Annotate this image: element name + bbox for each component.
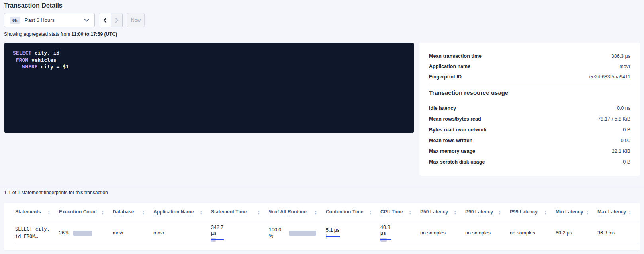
sort-icon[interactable]: ▲▼ xyxy=(142,210,145,215)
meta-value: 0.00 xyxy=(621,138,630,143)
max-latency-cell: 36.3 ms xyxy=(597,230,640,236)
column-header-max-latency[interactable]: Max Latency▲▼ xyxy=(597,209,640,216)
meta-value: 0 B xyxy=(623,159,630,165)
meta-row: Max scratch disk usage 0 B xyxy=(429,156,630,167)
p50-latency-cell: no samples xyxy=(420,230,465,236)
page-title: Transaction Details xyxy=(4,2,63,9)
sql-line: WHERE city = $1 xyxy=(13,63,405,70)
application-name-cell: movr xyxy=(153,230,211,236)
column-header-cpu-time[interactable]: CPU Time▲▼ xyxy=(380,209,420,216)
statement-row: SELECT city, id FROM… 263k movr movr 342… xyxy=(15,222,640,244)
sql-text: vehicles xyxy=(28,57,56,63)
sql-indent xyxy=(13,64,22,70)
chevron-down-icon xyxy=(84,19,89,22)
meta-row: Max memory usage 22.1 KiB xyxy=(429,146,630,156)
meta-row: Idle latency 0.0 ns xyxy=(429,103,630,113)
sql-line: SELECT city, id xyxy=(13,49,405,57)
percent-runtime-cell: 100.0 % xyxy=(269,227,326,239)
time-range-badge: 6h xyxy=(10,17,20,24)
column-header-percent-runtime[interactable]: % of All Runtime▲▼ xyxy=(269,209,326,216)
section-divider xyxy=(0,186,644,186)
meta-value: 0 B xyxy=(623,127,630,133)
cpu-time-value: 40.8 µs xyxy=(380,225,395,236)
cpu-time-cell: 40.8 µs xyxy=(380,225,420,242)
execution-count-value: 263k xyxy=(59,230,70,236)
sort-icon[interactable]: ▲▼ xyxy=(48,210,50,215)
resource-usage-heading: Transaction resource usage xyxy=(429,89,630,96)
cpu-time-bar xyxy=(380,238,399,242)
time-range-select[interactable]: 6h Past 6 Hours xyxy=(4,13,95,27)
meta-row: Mean transaction time 386.3 µs xyxy=(429,51,630,61)
prev-range-button[interactable] xyxy=(99,13,111,27)
statements-table-header: Statements▲▼ Execution Count▲▼ Database▲… xyxy=(15,203,640,222)
p99-latency-cell: no samples xyxy=(510,230,556,236)
transaction-details-page: Transaction Details 6h Past 6 Hours Now … xyxy=(0,0,644,254)
percent-runtime-value: 100.0 % xyxy=(269,227,286,239)
meta-label: Fingerprint ID xyxy=(429,74,462,80)
column-header-execution-count[interactable]: Execution Count▲▼ xyxy=(59,209,113,216)
sql-statement-box: SELECT city, id FROM vehicles WHERE city… xyxy=(4,43,414,133)
card-divider xyxy=(429,86,630,86)
statements-table-card: Statements▲▼ Execution Count▲▼ Database▲… xyxy=(4,203,640,250)
column-header-application-name[interactable]: Application Name▲▼ xyxy=(153,209,211,216)
min-latency-cell: 60.2 µs xyxy=(556,230,597,236)
execution-count-bar xyxy=(73,231,92,236)
meta-row: Fingerprint ID ee2df683f5aa9411 xyxy=(429,72,630,82)
column-header-p99-latency[interactable]: P99 Latency▲▼ xyxy=(510,209,556,216)
chevron-right-icon xyxy=(115,18,119,23)
sort-icon[interactable]: ▲▼ xyxy=(102,210,104,215)
statement-fingerprint-link[interactable]: SELECT city, id FROM… xyxy=(15,225,55,240)
p90-latency-cell: no samples xyxy=(465,230,510,236)
sort-icon[interactable]: ▲▼ xyxy=(369,210,372,215)
time-controls: 6h Past 6 Hours Now xyxy=(4,13,145,27)
meta-label: Mean rows/bytes read xyxy=(429,116,481,122)
sql-keyword: WHERE xyxy=(22,64,37,70)
database-cell: movr xyxy=(113,230,153,236)
meta-label: Max scratch disk usage xyxy=(429,159,485,165)
sort-icon[interactable]: ▲▼ xyxy=(315,210,317,215)
sort-icon[interactable]: ▲▼ xyxy=(586,210,589,215)
meta-row: Mean rows written 0.00 xyxy=(429,135,630,146)
column-header-database[interactable]: Database▲▼ xyxy=(113,209,153,216)
chevron-left-icon xyxy=(103,18,107,23)
sql-keyword: SELECT xyxy=(13,50,31,56)
column-header-min-latency[interactable]: Min Latency▲▼ xyxy=(556,209,597,216)
column-header-p90-latency[interactable]: P90 Latency▲▼ xyxy=(465,209,510,216)
statement-time-value: 342.7 µs xyxy=(211,225,226,236)
sort-icon[interactable]: ▲▼ xyxy=(409,210,411,215)
sql-line: FROM vehicles xyxy=(13,57,405,64)
sort-icon[interactable]: ▲▼ xyxy=(454,210,456,215)
meta-row: Mean rows/bytes read 78.17 / 5.8 KiB xyxy=(429,113,630,124)
statement-time-cell: 342.7 µs xyxy=(211,225,269,242)
meta-label: Idle latency xyxy=(429,106,456,111)
meta-value: 22.1 KiB xyxy=(612,148,630,154)
meta-label: Mean transaction time xyxy=(429,53,482,59)
sort-icon[interactable]: ▲▼ xyxy=(629,210,631,215)
sql-text: city = $1 xyxy=(38,64,69,70)
time-range-label: Past 6 Hours xyxy=(25,17,55,23)
column-header-statement-time[interactable]: Statement Time▲▼ xyxy=(211,209,269,216)
column-header-p50-latency[interactable]: P50 Latency▲▼ xyxy=(420,209,465,216)
statements-caption: 1-1 of 1 statement fingerprints for this… xyxy=(4,190,108,195)
meta-label: Mean rows written xyxy=(429,138,472,143)
meta-row: Application name movr xyxy=(429,61,630,72)
sort-icon[interactable]: ▲▼ xyxy=(499,210,501,215)
sql-indent xyxy=(13,57,16,63)
now-button[interactable]: Now xyxy=(127,13,145,27)
meta-label: Application name xyxy=(429,64,470,69)
meta-label: Bytes read over network xyxy=(429,127,487,133)
next-range-button[interactable] xyxy=(111,13,122,27)
meta-value: 78.17 / 5.8 KiB xyxy=(598,116,630,122)
sort-icon[interactable]: ▲▼ xyxy=(200,210,202,215)
sql-keyword: FROM xyxy=(16,57,28,63)
contention-time-bar xyxy=(326,234,343,239)
sql-text: city, id xyxy=(31,50,59,56)
contention-time-cell: 5.1 µs xyxy=(326,227,380,239)
column-header-contention-time[interactable]: Contention Time▲▼ xyxy=(326,209,380,216)
execution-count-cell: 263k xyxy=(59,230,113,236)
sort-icon[interactable]: ▲▼ xyxy=(258,210,260,215)
column-header-statements[interactable]: Statements▲▼ xyxy=(15,209,59,216)
sort-icon[interactable]: ▲▼ xyxy=(544,210,547,215)
meta-label: Max memory usage xyxy=(429,148,475,154)
meta-value: 386.3 µs xyxy=(611,53,630,59)
